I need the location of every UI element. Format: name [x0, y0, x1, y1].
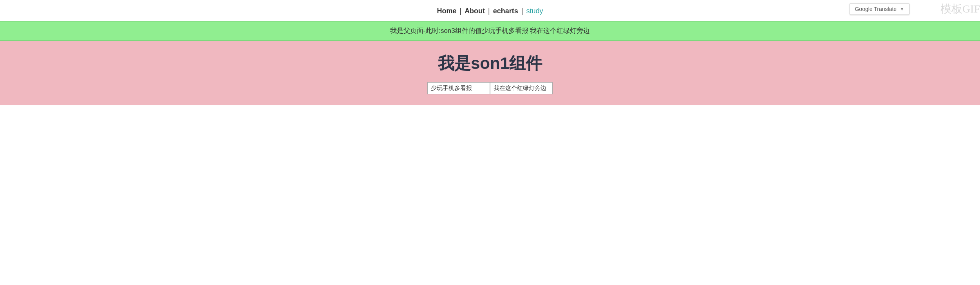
google-translate-label: Google Translate: [855, 6, 897, 12]
green-banner-text: 我是父页面-此时:son3组件的值少玩手机多看报 我在这个红绿灯旁边: [390, 27, 590, 34]
navigation: Home | About | echarts | study: [0, 0, 980, 21]
son1-title: 我是son1组件: [0, 52, 980, 74]
son1-input-1[interactable]: [427, 82, 490, 94]
nav-separator-1: |: [459, 7, 461, 15]
watermark: 模板GIF: [940, 2, 980, 16]
son1-inputs-container: [0, 82, 980, 94]
nav-link-echarts[interactable]: echarts: [493, 7, 518, 15]
son1-input-2[interactable]: [490, 82, 553, 94]
green-banner: 我是父页面-此时:son3组件的值少玩手机多看报 我在这个红绿灯旁边: [0, 21, 980, 41]
nav-separator-2: |: [488, 7, 490, 15]
nav-link-study[interactable]: study: [526, 7, 543, 15]
google-translate-widget[interactable]: Google Translate ▼: [850, 3, 909, 15]
translate-dropdown-icon[interactable]: ▼: [900, 6, 904, 12]
son1-component: 我是son1组件: [0, 41, 980, 105]
nav-link-about[interactable]: About: [465, 7, 485, 15]
nav-separator-3: |: [521, 7, 523, 15]
nav-link-home[interactable]: Home: [437, 7, 456, 15]
